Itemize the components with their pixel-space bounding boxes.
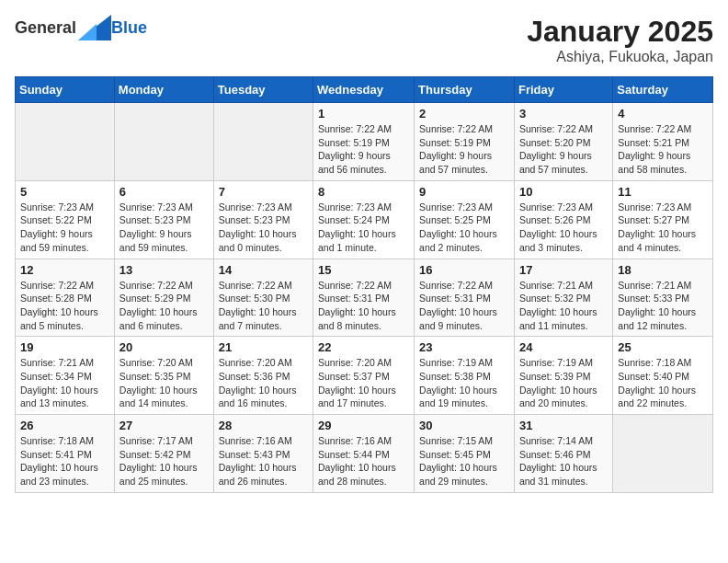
day-number: 24: [519, 340, 608, 354]
day-number: 22: [318, 340, 409, 354]
calendar-cell: 11Sunrise: 7:23 AM Sunset: 5:27 PM Dayli…: [613, 180, 713, 259]
calendar-cell: 12Sunrise: 7:22 AM Sunset: 5:28 PM Dayli…: [16, 259, 115, 337]
day-detail: Sunrise: 7:22 AM Sunset: 5:29 PM Dayligh…: [119, 279, 209, 333]
day-detail: Sunrise: 7:23 AM Sunset: 5:23 PM Dayligh…: [119, 201, 209, 255]
calendar-cell: 3Sunrise: 7:22 AM Sunset: 5:20 PM Daylig…: [514, 103, 612, 181]
calendar-cell: 28Sunrise: 7:16 AM Sunset: 5:43 PM Dayli…: [213, 415, 313, 493]
day-number: 23: [419, 340, 509, 354]
calendar-cell: 23Sunrise: 7:19 AM Sunset: 5:38 PM Dayli…: [415, 337, 515, 415]
calendar-cell: 10Sunrise: 7:23 AM Sunset: 5:26 PM Dayli…: [514, 180, 612, 259]
logo-general: General: [15, 18, 76, 38]
day-number: 31: [519, 419, 608, 432]
day-number: 25: [618, 340, 708, 354]
page-title: January 2025: [527, 15, 713, 49]
logo-blue: Blue: [111, 18, 147, 38]
day-detail: Sunrise: 7:21 AM Sunset: 5:33 PM Dayligh…: [618, 279, 708, 333]
weekday-header-thursday: Thursday: [415, 77, 515, 103]
calendar-cell: 24Sunrise: 7:19 AM Sunset: 5:39 PM Dayli…: [514, 337, 612, 415]
day-number: 11: [618, 185, 708, 199]
calendar-cell: [16, 103, 115, 181]
day-number: 8: [318, 185, 409, 199]
day-detail: Sunrise: 7:23 AM Sunset: 5:26 PM Dayligh…: [519, 201, 608, 255]
calendar-week-3: 12Sunrise: 7:22 AM Sunset: 5:28 PM Dayli…: [16, 259, 713, 337]
calendar-cell: 1Sunrise: 7:22 AM Sunset: 5:19 PM Daylig…: [313, 103, 415, 181]
calendar-cell: 18Sunrise: 7:21 AM Sunset: 5:33 PM Dayli…: [613, 259, 713, 337]
calendar-cell: 7Sunrise: 7:23 AM Sunset: 5:23 PM Daylig…: [213, 180, 313, 259]
svg-marker-1: [78, 24, 97, 40]
weekday-header-wednesday: Wednesday: [313, 77, 415, 103]
page-subtitle: Ashiya, Fukuoka, Japan: [527, 49, 713, 65]
page-header: General Blue January 2025 Ashiya, Fukuok…: [15, 15, 713, 65]
day-number: 10: [519, 185, 608, 199]
day-number: 14: [219, 263, 308, 277]
day-number: 12: [20, 263, 109, 277]
calendar-cell: 19Sunrise: 7:21 AM Sunset: 5:34 PM Dayli…: [16, 337, 115, 415]
calendar-cell: 21Sunrise: 7:20 AM Sunset: 5:36 PM Dayli…: [213, 337, 313, 415]
day-number: 1: [318, 107, 409, 121]
day-detail: Sunrise: 7:21 AM Sunset: 5:32 PM Dayligh…: [519, 279, 608, 333]
calendar-cell: 31Sunrise: 7:14 AM Sunset: 5:46 PM Dayli…: [514, 415, 612, 493]
logo-icon: [78, 15, 111, 40]
day-detail: Sunrise: 7:16 AM Sunset: 5:43 PM Dayligh…: [219, 434, 308, 488]
day-number: 18: [618, 263, 708, 277]
calendar-cell: 30Sunrise: 7:15 AM Sunset: 5:45 PM Dayli…: [415, 415, 515, 493]
day-number: 7: [219, 185, 308, 199]
calendar-cell: 16Sunrise: 7:22 AM Sunset: 5:31 PM Dayli…: [415, 259, 515, 337]
day-number: 6: [119, 185, 209, 199]
weekday-header-saturday: Saturday: [613, 77, 713, 103]
day-number: 17: [519, 263, 608, 277]
calendar-cell: 15Sunrise: 7:22 AM Sunset: 5:31 PM Dayli…: [313, 259, 415, 337]
title-block: January 2025 Ashiya, Fukuoka, Japan: [527, 15, 713, 65]
weekday-header-friday: Friday: [514, 77, 612, 103]
calendar-cell: 6Sunrise: 7:23 AM Sunset: 5:23 PM Daylig…: [114, 180, 213, 259]
calendar-cell: [613, 415, 713, 493]
calendar-cell: 25Sunrise: 7:18 AM Sunset: 5:40 PM Dayli…: [613, 337, 713, 415]
day-detail: Sunrise: 7:22 AM Sunset: 5:19 PM Dayligh…: [419, 122, 509, 177]
calendar-cell: [213, 103, 313, 181]
day-detail: Sunrise: 7:17 AM Sunset: 5:42 PM Dayligh…: [119, 434, 209, 488]
day-number: 26: [20, 419, 109, 432]
day-number: 4: [618, 107, 708, 121]
day-number: 13: [119, 263, 209, 277]
day-detail: Sunrise: 7:19 AM Sunset: 5:39 PM Dayligh…: [519, 356, 608, 410]
day-number: 15: [318, 263, 409, 277]
calendar-cell: 8Sunrise: 7:23 AM Sunset: 5:24 PM Daylig…: [313, 180, 415, 259]
day-detail: Sunrise: 7:22 AM Sunset: 5:21 PM Dayligh…: [618, 122, 708, 177]
logo: General Blue: [15, 15, 147, 40]
calendar-cell: 17Sunrise: 7:21 AM Sunset: 5:32 PM Dayli…: [514, 259, 612, 337]
calendar-table: SundayMondayTuesdayWednesdayThursdayFrid…: [15, 76, 713, 493]
calendar-cell: 27Sunrise: 7:17 AM Sunset: 5:42 PM Dayli…: [114, 415, 213, 493]
day-detail: Sunrise: 7:22 AM Sunset: 5:28 PM Dayligh…: [20, 279, 109, 333]
calendar-cell: 22Sunrise: 7:20 AM Sunset: 5:37 PM Dayli…: [313, 337, 415, 415]
calendar-cell: 4Sunrise: 7:22 AM Sunset: 5:21 PM Daylig…: [613, 103, 713, 181]
calendar-cell: 14Sunrise: 7:22 AM Sunset: 5:30 PM Dayli…: [213, 259, 313, 337]
calendar-week-2: 5Sunrise: 7:23 AM Sunset: 5:22 PM Daylig…: [16, 180, 713, 259]
weekday-header-sunday: Sunday: [16, 77, 115, 103]
day-detail: Sunrise: 7:22 AM Sunset: 5:31 PM Dayligh…: [419, 279, 509, 333]
calendar-cell: 29Sunrise: 7:16 AM Sunset: 5:44 PM Dayli…: [313, 415, 415, 493]
day-detail: Sunrise: 7:22 AM Sunset: 5:30 PM Dayligh…: [219, 279, 308, 333]
day-number: 30: [419, 419, 509, 432]
day-detail: Sunrise: 7:15 AM Sunset: 5:45 PM Dayligh…: [419, 434, 509, 488]
day-number: 29: [318, 419, 409, 432]
day-detail: Sunrise: 7:23 AM Sunset: 5:27 PM Dayligh…: [618, 201, 708, 255]
day-detail: Sunrise: 7:22 AM Sunset: 5:31 PM Dayligh…: [318, 279, 409, 333]
day-detail: Sunrise: 7:23 AM Sunset: 5:25 PM Dayligh…: [419, 201, 509, 255]
day-detail: Sunrise: 7:14 AM Sunset: 5:46 PM Dayligh…: [519, 434, 608, 488]
calendar-week-4: 19Sunrise: 7:21 AM Sunset: 5:34 PM Dayli…: [16, 337, 713, 415]
day-detail: Sunrise: 7:16 AM Sunset: 5:44 PM Dayligh…: [318, 434, 409, 488]
day-detail: Sunrise: 7:18 AM Sunset: 5:41 PM Dayligh…: [20, 434, 109, 488]
calendar-cell: 5Sunrise: 7:23 AM Sunset: 5:22 PM Daylig…: [16, 180, 115, 259]
day-number: 5: [20, 185, 109, 199]
weekday-header-monday: Monday: [114, 77, 213, 103]
day-number: 21: [219, 340, 308, 354]
calendar-week-5: 26Sunrise: 7:18 AM Sunset: 5:41 PM Dayli…: [16, 415, 713, 493]
day-detail: Sunrise: 7:23 AM Sunset: 5:23 PM Dayligh…: [219, 201, 308, 255]
day-detail: Sunrise: 7:22 AM Sunset: 5:19 PM Dayligh…: [318, 122, 409, 177]
day-detail: Sunrise: 7:20 AM Sunset: 5:36 PM Dayligh…: [219, 356, 308, 410]
day-number: 3: [519, 107, 608, 121]
calendar-cell: 9Sunrise: 7:23 AM Sunset: 5:25 PM Daylig…: [415, 180, 515, 259]
day-detail: Sunrise: 7:20 AM Sunset: 5:37 PM Dayligh…: [318, 356, 409, 410]
day-number: 27: [119, 419, 209, 432]
day-detail: Sunrise: 7:22 AM Sunset: 5:20 PM Dayligh…: [519, 122, 608, 177]
